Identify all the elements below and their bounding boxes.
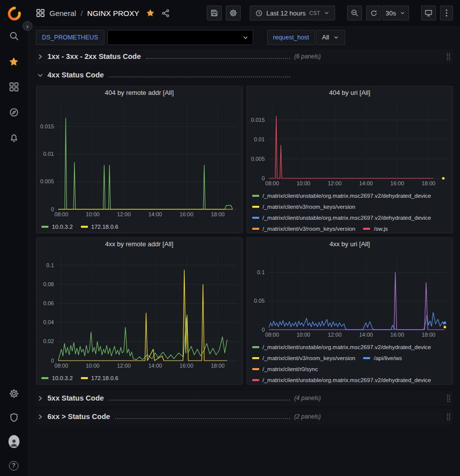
panel-title[interactable]: 4xx by uri [All]	[247, 238, 453, 251]
svg-text:10:00: 10:00	[86, 211, 100, 217]
sidebar-item-alerting[interactable]	[8, 132, 19, 143]
svg-text:14:00: 14:00	[359, 332, 373, 338]
refresh-button[interactable]	[366, 5, 381, 20]
timeseries-chart[interactable]: 00.0050.010.01508:0010:0012:0014:0016:00…	[36, 99, 242, 219]
legend-swatch-icon	[252, 206, 259, 208]
legend-swatch-icon	[41, 377, 48, 379]
zoom-out-icon	[351, 9, 359, 17]
legend-item[interactable]: /_matrix/client/r0/sync	[252, 364, 318, 375]
timeseries-chart[interactable]: 00.020.040.060.080.108:0010:0012:0014:00…	[36, 251, 242, 371]
gear-icon	[229, 9, 237, 17]
save-dashboard-button[interactable]	[207, 5, 222, 20]
time-range-picker[interactable]: Last 12 hours CST	[250, 5, 335, 20]
timeseries-chart[interactable]: 00.050.108:0010:0012:0014:0016:0018:00	[247, 251, 453, 340]
zoom-out-button[interactable]	[347, 5, 362, 20]
sidebar-item-server-admin[interactable]	[8, 412, 19, 423]
row-header-5xx[interactable]: 5xx Status Code (4 panels)	[36, 391, 453, 406]
svg-text:16:00: 16:00	[180, 363, 194, 369]
sidebar-item-dashboards[interactable]	[8, 81, 19, 92]
row-header-6xx[interactable]: 6xx > Status Code (2 panels)	[36, 409, 453, 424]
panel-4xx-by-remote-addr: 4xx by remote addr [All] 00.020.040.060.…	[36, 237, 243, 385]
tv-mode-button[interactable]	[421, 5, 436, 20]
sidebar-item-search[interactable]	[8, 30, 19, 41]
legend-item[interactable]: 10.0.3.2	[41, 373, 73, 384]
row-panel-count: (4 panels)	[294, 395, 321, 402]
panel-title[interactable]: 4xx by remote addr [All]	[36, 238, 242, 251]
legend-row: /_matrix/client/unstable/org.matrix.msc2…	[252, 342, 448, 353]
chevron-down-icon	[242, 34, 249, 41]
row-panel-count: (2 panels)	[294, 413, 321, 420]
row-dots-leader	[109, 400, 290, 401]
chevron-down-icon	[333, 34, 339, 40]
row-drag-handle[interactable]	[446, 413, 451, 421]
row-drag-handle[interactable]	[446, 52, 451, 60]
legend-swatch-icon	[252, 346, 259, 348]
breadcrumb-separator: /	[80, 9, 82, 17]
share-icon[interactable]	[161, 9, 170, 17]
chevron-down-icon	[37, 72, 44, 78]
compass-icon	[9, 107, 19, 117]
legend-item[interactable]: /_matrix/client/unstable/org.matrix.msc2…	[252, 375, 432, 384]
sidebar-item-profile[interactable]	[8, 436, 19, 447]
svg-text:08:00: 08:00	[54, 363, 68, 369]
legend-item[interactable]: /_matrix/client/unstable/org.matrix.msc2…	[252, 190, 432, 201]
legend-item[interactable]: 172.18.0.6	[81, 221, 118, 232]
legend-item[interactable]: /_matrix/client/v3/room_keys/version	[252, 201, 356, 212]
star-icon	[8, 56, 19, 67]
refresh-interval-picker[interactable]: 30s	[382, 5, 409, 20]
row-header-1xx-3xx-2xx[interactable]: 1xx - 3xx - 2xx Status Code (6 panels)	[36, 49, 453, 64]
sidebar-item-explore[interactable]	[8, 107, 19, 118]
timeseries-chart[interactable]: 00.0050.010.01508:0010:0012:0014:0016:00…	[247, 99, 453, 188]
legend-swatch-icon	[363, 357, 370, 359]
sidebar-item-configuration[interactable]	[8, 388, 19, 399]
variable-request-host-label[interactable]: request_host	[267, 30, 315, 45]
refresh-interval-label: 30s	[386, 9, 396, 17]
grafana-logo-icon[interactable]	[6, 5, 22, 21]
breadcrumb-section[interactable]: General	[49, 9, 76, 17]
more-options-button[interactable]	[440, 5, 453, 20]
variable-ds-prometheus-label[interactable]: DS_PROMETHEUS	[36, 30, 104, 45]
svg-text:0.015: 0.015	[251, 117, 265, 123]
legend-item[interactable]: /_matrix/client/v3/room_keys/version	[252, 353, 356, 364]
legend-item[interactable]: 10.0.3.2	[41, 221, 73, 232]
chevron-down-icon	[324, 10, 330, 16]
svg-text:0.005: 0.005	[251, 156, 265, 162]
legend-item[interactable]: /_matrix/client/unstable/org.matrix.msc2…	[252, 342, 432, 353]
legend-item[interactable]: /api/live/ws	[363, 353, 402, 364]
panel-404-by-remote-addr: 404 by remote addr [All] 00.0050.010.015…	[36, 86, 243, 233]
svg-text:0.02: 0.02	[43, 338, 54, 344]
svg-text:0.06: 0.06	[43, 300, 54, 306]
row-title: 1xx - 3xx - 2xx Status Code	[47, 52, 141, 60]
legend-swatch-icon	[81, 377, 88, 379]
sidebar-item-starred[interactable]	[8, 56, 19, 67]
breadcrumb-page-title[interactable]: NGINX PROXY	[87, 9, 139, 17]
legend-row: /_matrix/client/unstable/org.matrix.msc2…	[252, 212, 448, 223]
panel-404-by-uri: 404 by uri [All] 00.0050.010.01508:0010:…	[247, 86, 454, 233]
svg-text:18:00: 18:00	[211, 211, 225, 217]
panel-title[interactable]: 404 by remote addr [All]	[36, 86, 242, 99]
row-dots-leader	[109, 76, 290, 77]
row-drag-handle[interactable]	[446, 394, 451, 402]
svg-text:16:00: 16:00	[390, 332, 404, 338]
sidebar-bottom-nav: ?	[8, 388, 19, 471]
legend-item[interactable]: /sw.js	[363, 223, 388, 233]
favorite-star-icon[interactable]	[146, 8, 155, 17]
legend-row: 10.0.3.2172.18.0.6	[41, 373, 237, 384]
legend-item[interactable]: /_matrix/client/v3/room_keys/version	[252, 223, 356, 233]
title-actions	[146, 8, 170, 17]
dashboard-settings-button[interactable]	[226, 5, 241, 20]
dashboard-header: General / NGINX PROXY Last 12 hours CST …	[27, 0, 460, 26]
panel-title[interactable]: 404 by uri [All]	[247, 86, 453, 99]
sidebar: ?	[0, 0, 27, 476]
sidebar-item-help[interactable]: ?	[8, 460, 19, 471]
row-header-4xx[interactable]: 4xx Status Code	[36, 67, 453, 82]
legend-item[interactable]: /_matrix/client/unstable/org.matrix.msc2…	[252, 212, 432, 223]
legend-item[interactable]: 172.18.0.6	[81, 373, 118, 384]
monitor-icon	[425, 9, 433, 17]
svg-text:0: 0	[51, 358, 54, 364]
save-icon	[210, 9, 218, 17]
sidebar-collapse-button[interactable]: ›	[22, 21, 32, 31]
variable-request-host-select[interactable]: All	[316, 30, 345, 45]
legend-swatch-icon	[252, 368, 259, 370]
variable-ds-prometheus-select[interactable]	[107, 30, 253, 45]
